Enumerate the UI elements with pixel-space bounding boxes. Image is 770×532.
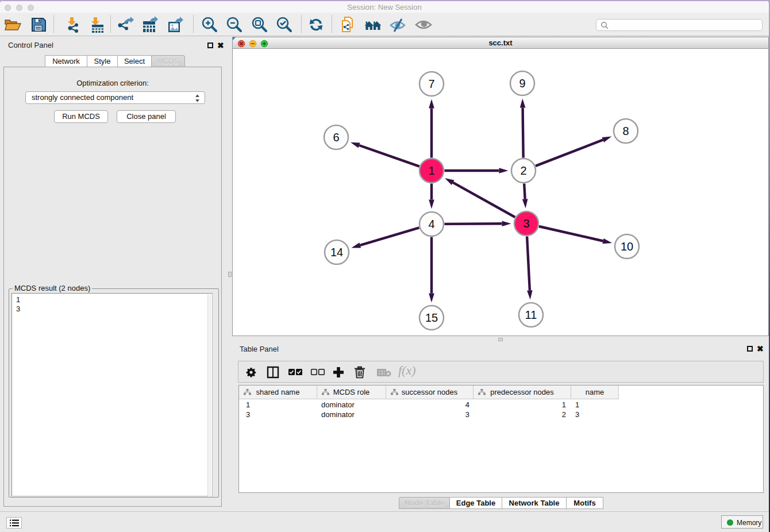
svg-text:4: 4 xyxy=(428,218,434,230)
svg-text:7: 7 xyxy=(428,78,434,90)
svg-text:14: 14 xyxy=(330,246,343,259)
svg-text:8: 8 xyxy=(622,125,629,137)
svg-text:2: 2 xyxy=(520,164,526,177)
svg-text:3: 3 xyxy=(523,217,529,230)
svg-text:10: 10 xyxy=(621,240,633,253)
svg-text:6: 6 xyxy=(333,131,339,144)
svg-text:1: 1 xyxy=(428,164,434,177)
svg-text:11: 11 xyxy=(525,309,537,321)
svg-text:9: 9 xyxy=(519,77,525,90)
svg-text:15: 15 xyxy=(425,311,438,324)
